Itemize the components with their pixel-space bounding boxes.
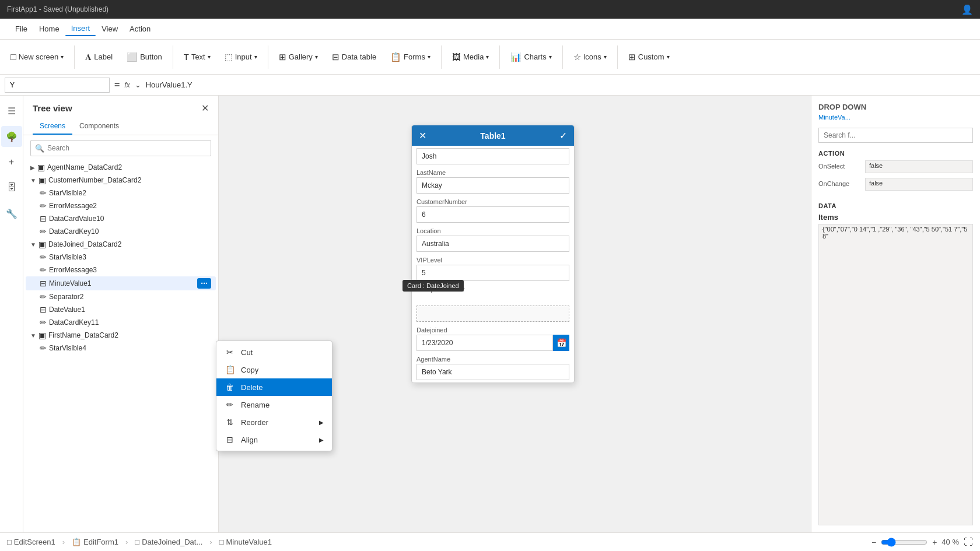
formula-input[interactable]: [146, 78, 975, 93]
tree-item-datacardkey11[interactable]: ✏ DataCardKey11: [26, 316, 216, 329]
menu-action[interactable]: Action: [124, 22, 156, 36]
main-area: ☰ 🌳 + 🗄 🔧 Tree view ✕ Screens Components…: [0, 96, 980, 532]
tree-arrow-agentname[interactable]: ▶: [30, 164, 35, 171]
menu-insert[interactable]: Insert: [65, 22, 96, 36]
right-panel-items-value[interactable]: {"00","07","0 14","1 ,"29", "36", "43","…: [818, 224, 973, 525]
zoom-controls: − + 40 % ⛶: [872, 537, 973, 548]
right-panel-search[interactable]: [818, 128, 973, 143]
ribbon-custom[interactable]: ⊞ Custom ▾: [622, 50, 676, 65]
canvas[interactable]: ✕ Table1 ✓ LastName CustomerNumber Locat…: [219, 96, 811, 532]
cut-icon: ✂: [225, 348, 235, 357]
ribbon-forms[interactable]: 📋 Forms ▾: [384, 50, 436, 65]
tree-item-starvisible3[interactable]: ✏ StarVisible3: [26, 251, 216, 264]
zoom-plus-button[interactable]: +: [932, 538, 937, 547]
breadcrumb-editscreen1[interactable]: □ EditScreen1: [7, 538, 55, 546]
sidebar-insert-icon[interactable]: +: [1, 152, 22, 173]
text-icon: T: [184, 52, 189, 62]
tree-label-errormessage3: ErrorMessage3: [49, 266, 97, 274]
ctx-copy[interactable]: 📋 Copy: [216, 361, 332, 378]
ribbon-text[interactable]: T Text ▾: [178, 50, 216, 64]
tab-components[interactable]: Components: [72, 118, 126, 135]
ribbon-new-screen[interactable]: □ New screen ▾: [5, 50, 69, 65]
ctx-rename[interactable]: ✏ Rename: [216, 396, 332, 413]
tree-item-starvisible4[interactable]: ✏ StarVisible4: [26, 342, 216, 355]
tree-item-minutevalue1[interactable]: ⊟ MinuteValue1 ···: [26, 276, 216, 290]
right-panel-action-section: ACTION: [818, 150, 973, 157]
breadcrumb-datejoined[interactable]: □ DateJoined_Dat...: [135, 538, 202, 546]
tab-screens[interactable]: Screens: [33, 118, 72, 135]
ribbon-icons[interactable]: ☆ Icons ▾: [568, 50, 612, 65]
tree-panel-header: Tree view ✕: [23, 96, 218, 118]
fullscreen-button[interactable]: ⛶: [964, 537, 973, 548]
ribbon-charts[interactable]: 📊 Charts ▾: [505, 50, 557, 65]
ctx-reorder[interactable]: ⇅ Reorder ▶: [216, 413, 332, 431]
tree-item-starvisible2[interactable]: ✏ StarVisible2: [26, 187, 216, 199]
tree-item-separator2[interactable]: ✏ Separator2: [26, 290, 216, 303]
formula-name-input[interactable]: [5, 78, 110, 93]
ribbon-datatable[interactable]: ⊟ Data table: [326, 50, 382, 65]
ctx-rename-label: Rename: [241, 401, 270, 409]
tree-item-errormessage2[interactable]: ✏ ErrorMessage2: [26, 199, 216, 212]
tree-item-datacardkey10[interactable]: ✏ DataCardKey10: [26, 225, 216, 238]
tree-label-customernumber: CustomerNumber_DataCard2: [48, 176, 141, 184]
ribbon-button[interactable]: ⬜ Button: [121, 50, 168, 65]
tree-arrow-datejoined[interactable]: ▼: [30, 241, 36, 248]
right-panel-onchange-label: OnChange: [818, 178, 865, 187]
ctx-align[interactable]: ⊟ Align ▶: [216, 431, 332, 448]
sidebar-tools-icon[interactable]: 🔧: [1, 203, 22, 224]
right-panel-onchange-value[interactable]: false: [865, 178, 973, 191]
ribbon-input[interactable]: ⬚ Input ▾: [219, 50, 263, 65]
tree-item-errormessage3[interactable]: ✏ ErrorMessage3: [26, 264, 216, 276]
tree-card-icon-fn: ▣: [38, 331, 46, 340]
zoom-slider[interactable]: [881, 538, 928, 547]
tree-item-agentname[interactable]: ▶ ▣ AgentName_DataCard2: [26, 161, 216, 174]
ctx-copy-label: Copy: [241, 366, 258, 374]
form-input-datejoined[interactable]: [416, 335, 553, 351]
table-dialog-confirm[interactable]: ✓: [559, 130, 567, 141]
sidebar-data-icon[interactable]: 🗄: [1, 177, 22, 198]
menu-file[interactable]: File: [9, 22, 33, 36]
breadcrumb-editform1[interactable]: 📋 EditForm1: [72, 538, 118, 546]
breadcrumb-minutevalue1[interactable]: □ MinuteValue1: [219, 538, 272, 546]
breadcrumb-icon-editscreen1: □: [7, 538, 12, 546]
tree-item-datejoined[interactable]: ▼ ▣ DateJoined_DataCard2: [26, 238, 216, 251]
menu-home[interactable]: Home: [33, 22, 65, 36]
form-label-location: Location: [416, 225, 569, 236]
right-panel-onselect-value[interactable]: false: [865, 160, 973, 173]
form-input-viplevel[interactable]: [416, 265, 569, 281]
minutevalue1-dots-button[interactable]: ···: [197, 278, 211, 289]
tree-card-icon-cn: ▣: [38, 176, 46, 185]
formula-expand-icon[interactable]: ⌄: [135, 80, 141, 89]
tree-arrow-customernumber[interactable]: ▼: [30, 177, 36, 184]
tree-item-firstname[interactable]: ▼ ▣ FirstName_DataCard2: [26, 329, 216, 342]
calendar-button[interactable]: 📅: [553, 335, 569, 351]
tree-item-customernumber[interactable]: ▼ ▣ CustomerNumber_DataCard2: [26, 174, 216, 187]
form-input-agentname[interactable]: [416, 364, 569, 380]
right-panel-onselect-label: OnSelect: [818, 160, 865, 170]
tree-item-datacardvalue10[interactable]: ⊟ DataCardValue10: [26, 212, 216, 225]
form-input-customernumber[interactable]: [416, 206, 569, 223]
ribbon-media[interactable]: 🖼 Media ▾: [446, 50, 495, 64]
ribbon-label[interactable]: 𝐀 Label: [79, 50, 118, 65]
ctx-cut[interactable]: ✂ Cut: [216, 343, 332, 361]
tree-edit-icon-sv4: ✏: [40, 343, 47, 353]
ctx-delete[interactable]: 🗑 Delete: [216, 378, 332, 396]
form-input-location[interactable]: [416, 236, 569, 252]
tree-card-icon-dj: ▣: [38, 240, 46, 249]
sidebar-menu-icon[interactable]: ☰: [1, 100, 22, 121]
form-input-lastname[interactable]: [416, 177, 569, 194]
tree-search-input[interactable]: [30, 140, 211, 156]
tree-item-datevalue1[interactable]: ⊟ DateValue1: [26, 303, 216, 316]
form-input-firstname[interactable]: [416, 148, 569, 164]
sidebar-tree-icon[interactable]: 🌳: [1, 126, 22, 147]
tree-arrow-firstname[interactable]: ▼: [30, 332, 36, 339]
user-icon[interactable]: 👤: [961, 4, 973, 15]
breadcrumb-icon-datejoined: □: [135, 538, 139, 546]
zoom-minus-button[interactable]: −: [872, 538, 876, 547]
charts-icon: 📊: [510, 52, 522, 62]
table-dialog-close[interactable]: ✕: [419, 130, 426, 141]
ribbon-gallery[interactable]: ⊞ Gallery ▾: [273, 50, 324, 65]
menu-view[interactable]: View: [96, 22, 124, 36]
tree-panel-close[interactable]: ✕: [201, 103, 209, 114]
form-input-passportnumber[interactable]: [416, 306, 569, 322]
